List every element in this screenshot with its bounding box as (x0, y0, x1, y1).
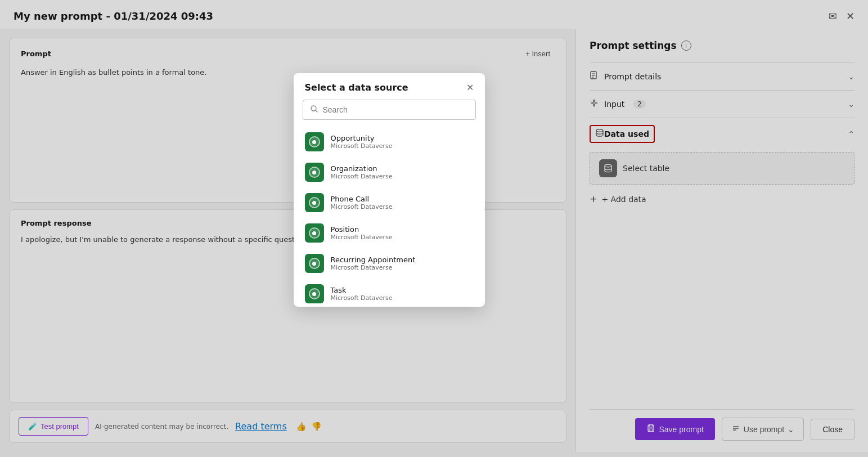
list-item[interactable]: Recurring Appointment Microsoft Datavers… (294, 248, 485, 279)
item-sub-5: Microsoft Dataverse (331, 294, 393, 302)
item-sub-2: Microsoft Dataverse (331, 203, 393, 210)
item-icon-1 (305, 163, 324, 182)
list-item[interactable]: Phone Call Microsoft Dataverse (294, 187, 485, 218)
modal-search-bar[interactable] (303, 100, 476, 120)
modal-header: Select a data source ✕ (294, 73, 485, 100)
search-icon (310, 105, 318, 115)
item-icon-3 (305, 223, 324, 243)
item-name-2: Phone Call (331, 195, 393, 203)
datasource-list: Opportunity Microsoft Dataverse Organiza… (294, 127, 485, 307)
item-sub-0: Microsoft Dataverse (331, 142, 393, 150)
item-name-3: Position (331, 225, 393, 234)
svg-line-13 (315, 110, 317, 112)
item-name-0: Opportunity (331, 134, 393, 142)
item-name-1: Organization (331, 164, 393, 173)
item-icon-5 (305, 284, 324, 303)
item-name-4: Recurring Appointment (331, 256, 416, 264)
list-item[interactable]: Position Microsoft Dataverse (294, 218, 485, 248)
select-datasource-modal: Select a data source ✕ Opportunity Micro… (294, 73, 485, 307)
modal-close-button[interactable]: ✕ (466, 83, 474, 92)
list-item[interactable]: Opportunity Microsoft Dataverse (294, 127, 485, 157)
item-icon-4 (305, 254, 324, 273)
list-item[interactable]: Organization Microsoft Dataverse (294, 157, 485, 187)
item-sub-3: Microsoft Dataverse (331, 234, 393, 241)
modal-title: Select a data source (305, 82, 408, 93)
item-icon-0 (305, 132, 324, 151)
item-icon-2 (305, 193, 324, 212)
item-sub-4: Microsoft Dataverse (331, 264, 416, 271)
search-input[interactable] (323, 105, 469, 114)
modal-overlay: Select a data source ✕ Opportunity Micro… (0, 0, 868, 457)
list-item[interactable]: Task Microsoft Dataverse (294, 279, 485, 307)
item-name-5: Task (331, 286, 393, 294)
item-sub-1: Microsoft Dataverse (331, 173, 393, 180)
